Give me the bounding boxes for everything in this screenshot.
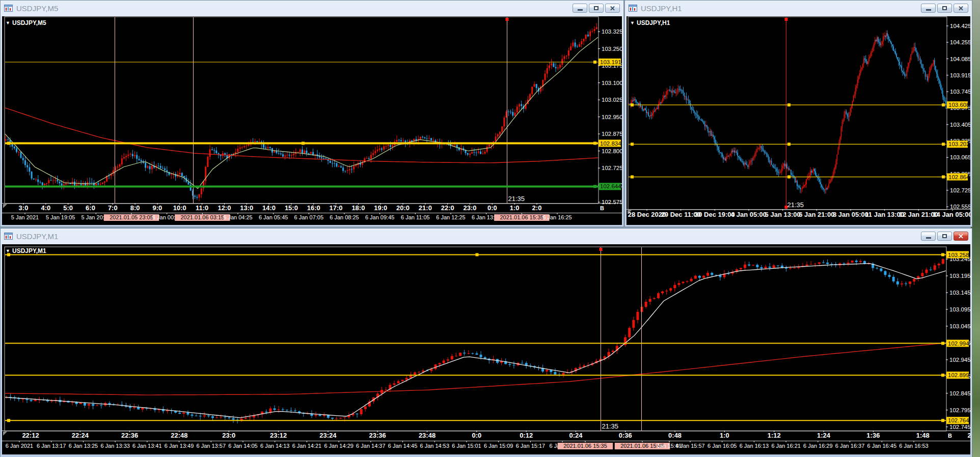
svg-text:23:24: 23:24 — [319, 432, 337, 439]
svg-text:19:0: 19:0 — [374, 204, 387, 212]
chart-canvas-m5[interactable]: 21:35103.325103.250103.175103.100103.025… — [2, 16, 622, 225]
svg-text:22:48: 22:48 — [171, 432, 187, 439]
svg-text:USDJPY,M5: USDJPY,M5 — [12, 19, 46, 26]
ma-fast-line — [5, 37, 598, 188]
svg-text:23:12: 23:12 — [270, 432, 287, 439]
svg-text:103.915: 103.915 — [950, 72, 970, 78]
minimize-button[interactable] — [573, 4, 587, 13]
svg-text:103.191: 103.191 — [600, 59, 621, 65]
m1-chart: 21:35103.245103.195103.145103.095103.045… — [2, 244, 970, 454]
symbol-dropdown-arrow-icon[interactable]: ▼ — [6, 248, 10, 253]
svg-text:103.745: 103.745 — [950, 89, 970, 95]
svg-text:1:0: 1:0 — [720, 432, 729, 439]
window-titlebar[interactable]: USDJPY,M1 ✕ — [1, 228, 972, 244]
svg-text:1:12: 1:12 — [768, 432, 781, 439]
svg-text:4:0: 4:0 — [41, 204, 50, 212]
price-axis[interactable]: 103.245103.195103.145103.095103.045102.9… — [946, 251, 970, 430]
window-title: USDJPY,M5 — [16, 4, 573, 13]
chart-icon — [4, 5, 13, 12]
symbol-label: ▼USDJPY,M1 — [6, 247, 46, 254]
svg-text:103.325: 103.325 — [602, 28, 622, 35]
chart-window-m5: USDJPY,M5 ✕ 21:35103.325103.250103.17510… — [0, 0, 624, 227]
chart-canvas-m1[interactable]: 21:35103.245103.195103.145103.095103.045… — [2, 244, 970, 454]
minimize-button[interactable] — [921, 4, 936, 13]
svg-text:23:36: 23:36 — [369, 432, 386, 439]
price-axis[interactable]: 104.425104.255104.085103.915103.745103.5… — [946, 23, 970, 210]
svg-text:6 Jan 13:33: 6 Jan 13:33 — [100, 443, 130, 449]
restore-button[interactable] — [937, 232, 952, 241]
svg-text:5 Jan 13:00: 5 Jan 13:00 — [765, 211, 801, 218]
time-axis[interactable]: 22:1222:2422:3622:4823:023:1223:2423:362… — [6, 431, 970, 449]
close-button[interactable]: ✕ — [605, 4, 620, 13]
svg-text:104.425: 104.425 — [950, 23, 970, 29]
svg-text:6 Jan 2021: 6 Jan 2021 — [6, 443, 33, 449]
symbol-dropdown-arrow-icon[interactable]: ▼ — [630, 20, 635, 25]
restore-button[interactable] — [589, 4, 604, 13]
svg-text:2021.01.06 15:35: 2021.01.06 15:35 — [563, 443, 607, 449]
svg-text:12:0: 12:0 — [217, 204, 231, 212]
svg-text:6 Jan 08:25: 6 Jan 08:25 — [330, 214, 359, 220]
svg-text:102.899: 102.899 — [948, 372, 969, 378]
svg-text:6 Jan 16:13: 6 Jan 16:13 — [740, 443, 769, 449]
chart-window-m1: USDJPY,M1 ✕ 21:35103.245103.195103.14510… — [0, 228, 972, 457]
svg-text:1:0: 1:0 — [510, 204, 520, 212]
svg-text:11:0: 11:0 — [196, 204, 208, 212]
svg-text:103.045: 103.045 — [949, 323, 970, 329]
price-axis[interactable]: 103.325103.250103.175103.100103.025102.9… — [598, 28, 622, 205]
close-button[interactable]: ✕ — [954, 232, 968, 241]
svg-text:6 Jan 14:05: 6 Jan 14:05 — [228, 443, 258, 449]
svg-text:30 Dec 19:00: 30 Dec 19:00 — [695, 211, 735, 218]
restore-button[interactable] — [937, 4, 952, 13]
svg-text:17:0: 17:0 — [330, 204, 343, 212]
svg-text:8 Jan 05:00: 8 Jan 05:00 — [833, 211, 868, 218]
svg-text:5:0: 5:0 — [63, 204, 73, 212]
time-axis[interactable]: 28 Dec 202029 Dec 11:0030 Dec 19:004 Jan… — [628, 209, 970, 218]
svg-text:22:0: 22:0 — [441, 204, 454, 212]
candlestick-series — [5, 23, 597, 201]
svg-text:0:0: 0:0 — [487, 204, 497, 212]
svg-text:102.555: 102.555 — [950, 204, 970, 210]
vertical-lines[interactable]: 21:35 — [785, 17, 804, 209]
time-axis[interactable]: 3:04:05:06:07:08:09:010:011:012:013:014:… — [11, 203, 604, 221]
symbol-label: ▼USDJPY,M5 — [6, 19, 46, 26]
svg-text:6 Jan 15:17: 6 Jan 15:17 — [516, 443, 546, 449]
symbol-dropdown-arrow-icon[interactable]: ▼ — [6, 20, 10, 25]
svg-text:102.644: 102.644 — [600, 183, 621, 189]
svg-text:0:24: 0:24 — [569, 432, 583, 439]
svg-text:5 Jan 19:05: 5 Jan 19:05 — [46, 214, 75, 220]
horizontal-lines[interactable] — [629, 103, 946, 178]
svg-text:21:0: 21:0 — [419, 204, 432, 212]
svg-text:6 Jan 14:37: 6 Jan 14:37 — [356, 443, 386, 449]
horizontal-lines[interactable] — [5, 253, 946, 422]
svg-text:103.065: 103.065 — [950, 154, 970, 160]
svg-text:6 Jan 09:45: 6 Jan 09:45 — [365, 214, 395, 220]
svg-text:102.800: 102.800 — [602, 148, 622, 154]
svg-text:6 Jan 07:05: 6 Jan 07:05 — [294, 214, 324, 220]
svg-text:102.725: 102.725 — [602, 165, 622, 171]
svg-text:14 Jan 05:00: 14 Jan 05:00 — [933, 211, 970, 218]
window-titlebar[interactable]: USDJPY,H1 ✕ — [625, 1, 972, 16]
svg-text:B: B — [600, 205, 604, 211]
chart-icon — [4, 233, 13, 240]
svg-text:6 Jan 16:37: 6 Jan 16:37 — [835, 443, 865, 449]
symbol-label: ▼USDJPY,H1 — [630, 19, 670, 26]
svg-text:0:0: 0:0 — [472, 432, 481, 439]
window-titlebar[interactable]: USDJPY,M5 ✕ — [1, 1, 623, 16]
candlestick-series — [5, 259, 944, 423]
svg-text:1:24: 1:24 — [817, 432, 831, 439]
vertical-lines[interactable]: 21:35 — [600, 247, 642, 431]
window-title: USDJPY,H1 — [641, 4, 921, 13]
svg-text:8:0: 8:0 — [130, 204, 140, 212]
chart-icon — [629, 5, 637, 12]
svg-text:103.025: 103.025 — [602, 97, 622, 103]
svg-text:6 Jan 13:17: 6 Jan 13:17 — [37, 443, 66, 449]
minimize-button[interactable] — [921, 232, 936, 241]
close-button[interactable]: ✕ — [954, 4, 968, 13]
svg-text:103.405: 103.405 — [950, 122, 970, 128]
svg-text:103.250: 103.250 — [602, 46, 622, 52]
svg-text:14:0: 14:0 — [262, 204, 276, 212]
plot-frame — [627, 17, 970, 214]
svg-text:11 Jan 13:00: 11 Jan 13:00 — [865, 211, 904, 218]
svg-text:23:48: 23:48 — [419, 432, 435, 439]
chart-canvas-h1[interactable]: 21:35104.425104.255104.085103.915103.745… — [627, 16, 970, 225]
